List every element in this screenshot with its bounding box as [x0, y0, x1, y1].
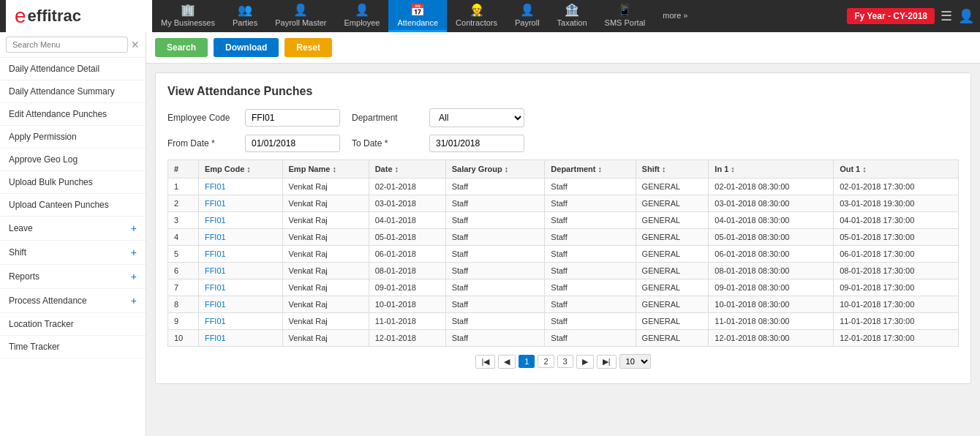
- nav-label-employee: Employee: [344, 18, 380, 27]
- emp-code-link[interactable]: FFI01: [205, 249, 226, 258]
- user-icon[interactable]: 👤: [958, 8, 974, 24]
- sidebar-item-edit-attendance-punches[interactable]: Edit Attendance Punches: [0, 103, 146, 126]
- col-header[interactable]: In 1 ↕: [709, 160, 834, 178]
- table-cell: Staff: [545, 246, 636, 263]
- table-cell: 08-01-2018 08:30:00: [709, 263, 834, 279]
- col-header[interactable]: Out 1 ↕: [834, 160, 959, 178]
- table-cell: 09-01-2018 08:30:00: [709, 279, 834, 296]
- col-header[interactable]: Emp Name ↕: [282, 160, 369, 178]
- main-content: Search Download Reset View Attendance Pu…: [146, 32, 980, 436]
- nav-item-my-businesses[interactable]: 🏢My Businesses: [152, 0, 224, 32]
- to-date-input[interactable]: [429, 135, 524, 152]
- col-header[interactable]: Salary Group ↕: [445, 160, 545, 178]
- nav-item-attendance[interactable]: 📅Attendance: [388, 0, 447, 32]
- sidebar-item-apply-permission[interactable]: Apply Permission: [0, 126, 146, 149]
- sidebar-item-process-attendance[interactable]: Process Attendance+: [0, 289, 146, 313]
- page-first-btn[interactable]: |◀: [475, 355, 495, 369]
- page-prev-btn[interactable]: ◀: [498, 355, 516, 369]
- nav-item-sms-portal[interactable]: 📱SMS Portal: [596, 0, 655, 32]
- emp-code-link[interactable]: FFI01: [205, 199, 226, 208]
- table-cell: 7: [168, 279, 199, 296]
- table-cell[interactable]: FFI01: [198, 195, 282, 212]
- table-cell: 03-01-2018 08:30:00: [709, 195, 834, 212]
- table-cell[interactable]: FFI01: [198, 279, 282, 296]
- table-cell: GENERAL: [636, 296, 709, 313]
- page-last-btn[interactable]: ▶|: [597, 355, 617, 369]
- nav-item-parties[interactable]: 👥Parties: [224, 0, 266, 32]
- table-cell[interactable]: FFI01: [198, 263, 282, 279]
- table-cell[interactable]: FFI01: [198, 178, 282, 195]
- table-cell: Staff: [445, 195, 545, 212]
- table-cell[interactable]: FFI01: [198, 229, 282, 246]
- table-cell: 10-01-2018 08:30:00: [709, 296, 834, 313]
- emp-code-link[interactable]: FFI01: [205, 334, 226, 342]
- table-cell: 10-01-2018 17:30:00: [834, 296, 959, 313]
- nav-label-my-businesses: My Businesses: [161, 18, 215, 27]
- page-3-btn[interactable]: 3: [557, 355, 573, 368]
- table-cell[interactable]: FFI01: [198, 330, 282, 347]
- emp-code-link[interactable]: FFI01: [205, 266, 226, 275]
- clear-search-icon[interactable]: ✕: [131, 39, 140, 50]
- emp-code-link[interactable]: FFI01: [205, 216, 226, 225]
- page-1-btn[interactable]: 1: [519, 355, 535, 368]
- table-cell[interactable]: FFI01: [198, 246, 282, 263]
- table-cell: GENERAL: [636, 246, 709, 263]
- table-cell: 04-01-2018 08:30:00: [709, 212, 834, 229]
- sidebar-item-time-tracker[interactable]: Time Tracker: [0, 336, 146, 358]
- table-cell: Staff: [445, 246, 545, 263]
- table-cell[interactable]: FFI01: [198, 296, 282, 313]
- nav-item-payroll[interactable]: 👤Payroll: [506, 0, 549, 32]
- emp-code-link[interactable]: FFI01: [205, 300, 226, 309]
- sidebar-item-daily-attendance-summary[interactable]: Daily Attendance Summary: [0, 80, 146, 103]
- col-header[interactable]: #: [168, 160, 199, 178]
- sidebar-item-leave[interactable]: Leave+: [0, 217, 146, 241]
- page-2-btn[interactable]: 2: [538, 355, 554, 368]
- sidebar-label-location-tracker: Location Tracker: [9, 319, 74, 329]
- table-cell[interactable]: FFI01: [198, 313, 282, 330]
- emp-code-link[interactable]: FFI01: [205, 317, 226, 326]
- table-cell: Venkat Raj: [282, 330, 369, 347]
- nav-item-more[interactable]: more »: [654, 0, 696, 32]
- nav-item-payroll-master[interactable]: 👤Payroll Master: [266, 0, 335, 32]
- col-header[interactable]: Date ↕: [369, 160, 445, 178]
- sidebar-item-location-tracker[interactable]: Location Tracker: [0, 313, 146, 336]
- emp-code-link[interactable]: FFI01: [205, 283, 226, 292]
- col-header[interactable]: Emp Code ↕: [198, 160, 282, 178]
- sidebar-item-upload-canteen-punches[interactable]: Upload Canteen Punches: [0, 194, 146, 217]
- table-cell: Venkat Raj: [282, 212, 369, 229]
- sidebar-item-upload-bulk-punches[interactable]: Upload Bulk Punches: [0, 171, 146, 194]
- emp-code-link[interactable]: FFI01: [205, 182, 226, 191]
- table-cell[interactable]: FFI01: [198, 212, 282, 229]
- search-button[interactable]: Search: [155, 38, 208, 57]
- sidebar-item-daily-attendance-detail[interactable]: Daily Attendance Detail: [0, 58, 146, 80]
- department-select[interactable]: All: [429, 108, 524, 127]
- sidebar-item-approve-geo-log[interactable]: Approve Geo Log: [0, 149, 146, 171]
- table-cell: 5: [168, 246, 199, 263]
- logo-area: e effitrac: [6, 0, 152, 32]
- table-cell: 03-01-2018 19:30:00: [834, 195, 959, 212]
- sidebar-item-shift[interactable]: Shift+: [0, 241, 146, 265]
- table-cell: GENERAL: [636, 178, 709, 195]
- page-next-btn[interactable]: ▶: [576, 355, 594, 369]
- nav-item-taxation[interactable]: 🏦Taxation: [549, 0, 596, 32]
- emp-code-link[interactable]: FFI01: [205, 233, 226, 241]
- col-header[interactable]: Shift ↕: [636, 160, 709, 178]
- table-cell: 02-01-2018 17:30:00: [834, 178, 959, 195]
- table-cell: Staff: [545, 313, 636, 330]
- nav-item-employee[interactable]: 👤Employee: [336, 0, 389, 32]
- col-header[interactable]: Department ↕: [545, 160, 636, 178]
- table-cell: Venkat Raj: [282, 246, 369, 263]
- sidebar-item-reports[interactable]: Reports+: [0, 265, 146, 289]
- nav-item-contractors[interactable]: 👷Contractors: [447, 0, 506, 32]
- from-date-input[interactable]: [245, 135, 340, 152]
- reset-button[interactable]: Reset: [284, 38, 332, 57]
- per-page-select[interactable]: 10 25 50: [619, 354, 651, 369]
- table-cell: Venkat Raj: [282, 229, 369, 246]
- menu-icon[interactable]: ☰: [941, 8, 952, 24]
- form-row-1: Employee Code Department All: [167, 108, 959, 127]
- table-cell: 10: [168, 330, 199, 347]
- download-button[interactable]: Download: [214, 38, 279, 57]
- employee-code-input[interactable]: [245, 109, 340, 127]
- search-input[interactable]: [6, 37, 128, 53]
- table-cell: 06-01-2018: [369, 246, 445, 263]
